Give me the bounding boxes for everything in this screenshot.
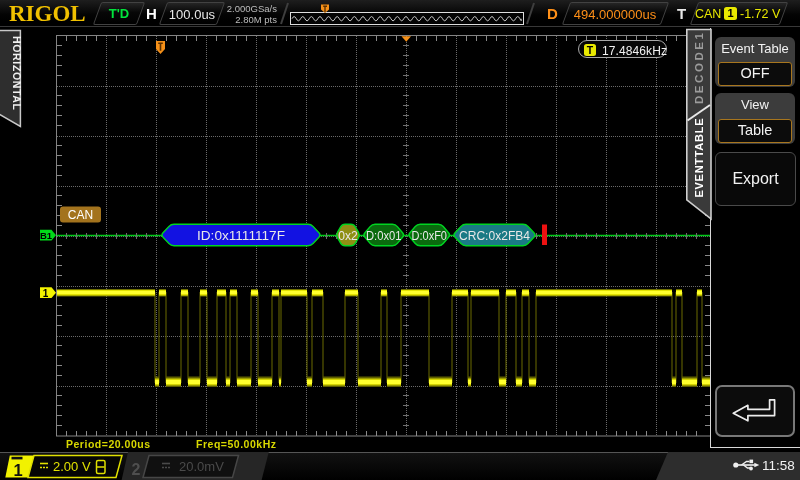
svg-text:2: 2 (132, 461, 141, 478)
svg-text:2.00 V: 2.00 V (53, 459, 91, 474)
svg-text:11:58: 11:58 (762, 458, 795, 473)
svg-text:20.0mV: 20.0mV (179, 459, 224, 474)
svg-text:1: 1 (13, 461, 22, 479)
